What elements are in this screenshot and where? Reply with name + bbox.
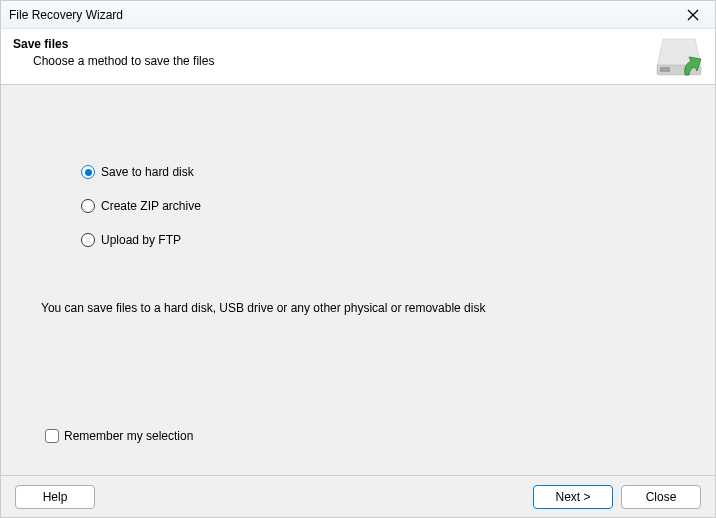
- checkbox-icon: [45, 429, 59, 443]
- option-description: You can save files to a hard disk, USB d…: [41, 301, 675, 315]
- window-title: File Recovery Wizard: [9, 8, 123, 22]
- button-label: Close: [646, 490, 677, 504]
- remember-selection-checkbox[interactable]: Remember my selection: [45, 429, 193, 443]
- radio-icon: [81, 165, 95, 179]
- header-subtitle: Choose a method to save the files: [13, 54, 655, 68]
- radio-label: Save to hard disk: [101, 165, 194, 179]
- radio-label: Create ZIP archive: [101, 199, 201, 213]
- save-method-options: Save to hard disk Create ZIP archive Upl…: [41, 85, 675, 247]
- wizard-footer: Help Next > Close: [1, 475, 715, 517]
- radio-icon: [81, 199, 95, 213]
- svg-rect-3: [660, 67, 670, 72]
- option-hard-disk[interactable]: Save to hard disk: [81, 165, 675, 179]
- option-ftp-upload[interactable]: Upload by FTP: [81, 233, 675, 247]
- button-label: Help: [43, 490, 68, 504]
- radio-label: Upload by FTP: [101, 233, 181, 247]
- option-zip-archive[interactable]: Create ZIP archive: [81, 199, 675, 213]
- titlebar: File Recovery Wizard: [1, 1, 715, 29]
- checkbox-label: Remember my selection: [64, 429, 193, 443]
- radio-icon: [81, 233, 95, 247]
- content-area: Save to hard disk Create ZIP archive Upl…: [1, 85, 715, 475]
- drive-recovery-icon: [655, 37, 703, 79]
- close-icon[interactable]: [679, 1, 707, 29]
- close-button[interactable]: Close: [621, 485, 701, 509]
- wizard-header: Save files Choose a method to save the f…: [1, 29, 715, 85]
- help-button[interactable]: Help: [15, 485, 95, 509]
- header-text: Save files Choose a method to save the f…: [13, 37, 655, 68]
- button-label: Next >: [555, 490, 590, 504]
- header-title: Save files: [13, 37, 655, 51]
- next-button[interactable]: Next >: [533, 485, 613, 509]
